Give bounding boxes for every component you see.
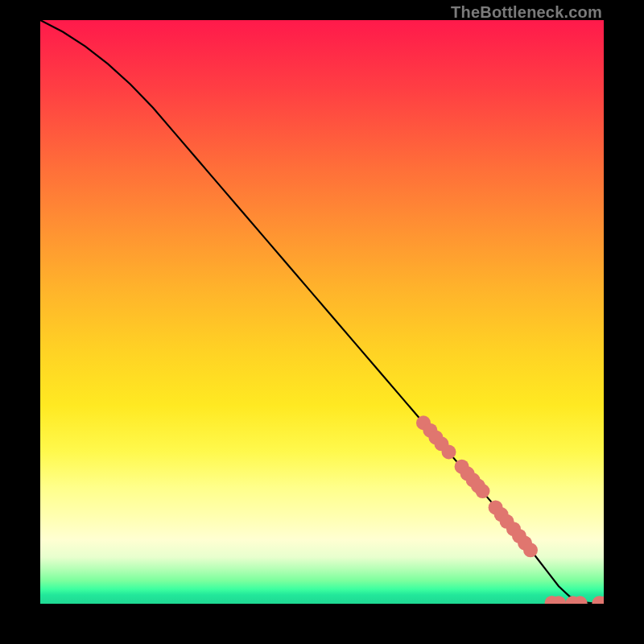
curve-layer	[40, 20, 604, 603]
data-marker	[442, 445, 456, 460]
data-marker	[476, 484, 490, 498]
plot-area	[40, 20, 604, 604]
chart-frame: TheBottleneck.com	[0, 0, 644, 644]
attribution-text: TheBottleneck.com	[451, 3, 602, 22]
data-marker	[523, 543, 538, 557]
marker-layer	[416, 415, 604, 604]
chart-svg	[40, 20, 604, 604]
main-curve	[40, 20, 604, 603]
